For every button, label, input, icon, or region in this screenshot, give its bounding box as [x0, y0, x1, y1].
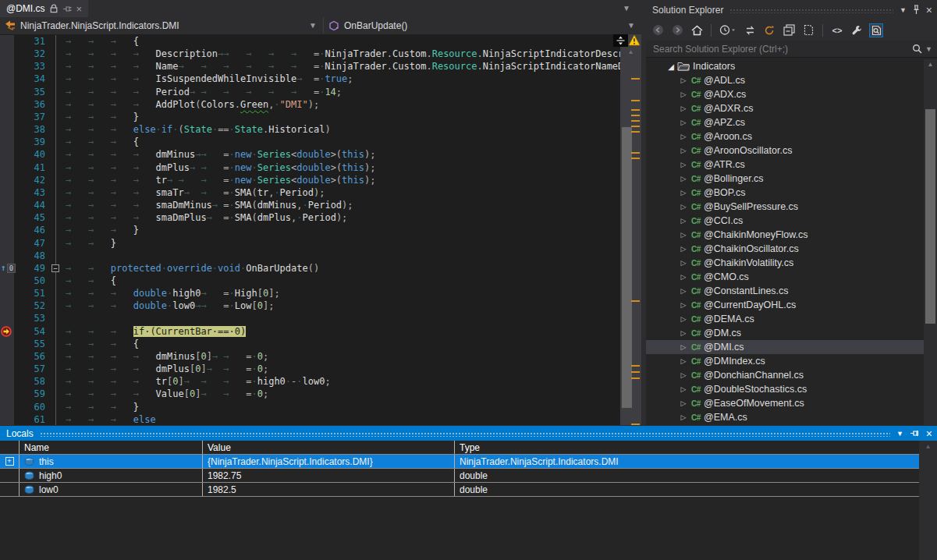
code-line-36[interactable]: 36→ → → → AddPlot(Colors.Green,·"DMI"); — [0, 98, 620, 111]
code-line-33[interactable]: 33→ → → → Name→ → → → → → =·NinjaTrader.… — [0, 60, 620, 73]
locals-titlebar[interactable]: Locals ▼ × — [0, 426, 937, 441]
collapsed-arrow-icon[interactable]: ▷ — [679, 76, 688, 84]
glyph-margin[interactable] — [0, 98, 14, 111]
code-line-58[interactable]: 58→ → → → tr[0]→ → → =·high0·-·low0; — [0, 375, 620, 388]
glyph-margin[interactable] — [0, 287, 14, 299]
glyph-margin[interactable] — [0, 111, 14, 123]
back-button[interactable] — [651, 23, 665, 37]
locals-row-low0[interactable]: low01982.5double — [0, 483, 919, 497]
home-button[interactable] — [690, 23, 704, 37]
collapsed-arrow-icon[interactable]: ▷ — [679, 273, 688, 281]
pending-changes-filter-button[interactable] — [719, 23, 737, 37]
pin-icon[interactable] — [913, 5, 920, 15]
code-line-42[interactable]: 42→ → → → tr→ → → =·new·Series<double>(t… — [0, 174, 620, 186]
tree-item-adlcs[interactable]: ▷C#@ADL.cs — [646, 73, 924, 87]
collapsed-arrow-icon[interactable]: ▷ — [679, 189, 688, 197]
editor-scrollbar[interactable]: ▲ — [620, 34, 641, 425]
code-line-44[interactable]: 44→ → → → smaDmMinus→ =·SMA(dmMinus,·Per… — [0, 199, 620, 211]
tree-item-ccics[interactable]: ▷C#@CCI.cs — [646, 214, 924, 228]
glyph-margin[interactable] — [0, 237, 14, 250]
glyph-margin[interactable] — [0, 199, 14, 211]
code-line-38[interactable]: 38→ → → else·if·(State·==·State.Historic… — [0, 123, 620, 136]
code-line-37[interactable]: 37→ → → } — [0, 111, 620, 123]
glyph-margin[interactable] — [0, 86, 14, 98]
tree-item-emacs[interactable]: ▷C#@EMA.cs — [646, 410, 924, 424]
expanded-arrow-icon[interactable]: ◢ — [666, 62, 676, 71]
collapsed-arrow-icon[interactable]: ▷ — [679, 385, 688, 393]
glyph-margin[interactable] — [0, 275, 14, 287]
collapsed-arrow-icon[interactable]: ▷ — [679, 259, 688, 267]
preview-selected-items-button[interactable] — [869, 23, 883, 37]
collapsed-arrow-icon[interactable]: ▷ — [679, 133, 688, 140]
code-line-55[interactable]: 55→ → → { — [0, 338, 620, 350]
document-tab-dmi[interactable]: @DMI.cs × — [0, 0, 88, 17]
code-line-48[interactable]: 48 — [0, 250, 620, 262]
pin-icon[interactable] — [62, 5, 72, 13]
scrollbar-up-arrow[interactable]: ▲ — [924, 61, 937, 68]
tree-item-currentdayohlcs[interactable]: ▷C#@CurrentDayOHL.cs — [646, 298, 924, 312]
code-line-32[interactable]: 32→ → → → Description→→ → → → =·NinjaTra… — [0, 48, 620, 60]
class-dropdown[interactable]: NinjaTrader.NinjaScript.Indicators.DMI ▼ — [0, 17, 324, 34]
code-line-49[interactable]: ↑049−→ → protected·override·void·OnBarUp… — [0, 262, 620, 275]
solution-explorer-search[interactable]: Search Solution Explorer (Ctrl+;) ▼ — [646, 41, 937, 58]
glyph-margin[interactable] — [0, 161, 14, 174]
tree-item-chaikinvolatilitycs[interactable]: ▷C#@ChaikinVolatility.cs — [646, 256, 924, 270]
collapsed-arrow-icon[interactable]: ▷ — [679, 315, 688, 323]
search-options-dropdown-icon[interactable]: ▼ — [925, 45, 932, 53]
collapsed-arrow-icon[interactable]: ▷ — [679, 329, 688, 337]
collapsed-arrow-icon[interactable]: ▷ — [679, 245, 688, 253]
forward-button[interactable] — [670, 23, 684, 37]
window-position-dropdown-icon[interactable]: ▼ — [900, 6, 907, 14]
collapsed-arrow-icon[interactable]: ▷ — [679, 105, 688, 112]
scrollbar-up-arrow[interactable]: ▲ — [620, 48, 641, 55]
search-icon[interactable] — [912, 44, 922, 54]
glyph-margin[interactable] — [0, 350, 14, 363]
code-editor[interactable]: 31→ → → {32→ → → → Description→→ → → → =… — [0, 34, 641, 425]
collapsed-arrow-icon[interactable]: ▷ — [679, 161, 688, 168]
locals-row-this[interactable]: +this{NinjaTrader.NinjaScript.Indicators… — [0, 455, 919, 469]
pin-icon[interactable] — [910, 429, 920, 438]
locals-row-high0[interactable]: high01982.75double — [0, 469, 919, 483]
solution-explorer-titlebar[interactable]: Solution Explorer ▼ × — [646, 0, 937, 19]
tree-item-aroonoscillatorcs[interactable]: ▷C#@AroonOscillator.cs — [646, 144, 924, 158]
tree-item-indicators-folder[interactable]: ◢Indicators — [646, 59, 924, 73]
breakpoint-current-statement-icon[interactable] — [1, 326, 12, 337]
show-all-files-button[interactable] — [801, 23, 815, 37]
collapsed-arrow-icon[interactable]: ▷ — [679, 357, 688, 365]
expand-button[interactable]: + — [5, 457, 14, 466]
code-line-57[interactable]: 57→ → → → dmPlus[0]→ → =·0; — [0, 363, 620, 375]
close-icon[interactable]: × — [926, 4, 932, 16]
collapsed-arrow-icon[interactable]: ▷ — [679, 175, 688, 183]
locals-scrollbar[interactable]: ▲ — [919, 441, 937, 560]
tree-item-adxrcs[interactable]: ▷C#@ADXR.cs — [646, 101, 924, 115]
method-dropdown[interactable]: OnBarUpdate() ▼ — [324, 17, 641, 34]
glyph-margin[interactable] — [0, 148, 14, 161]
cell-value[interactable]: 1982.75 — [203, 469, 455, 482]
glyph-margin[interactable] — [0, 136, 14, 148]
code-line-51[interactable]: 51→ → → double·high0→ =·High[0]; — [0, 287, 620, 299]
properties-button[interactable] — [850, 23, 864, 37]
tree-item-bollingercs[interactable]: ▷C#@Bollinger.cs — [646, 172, 924, 186]
tree-item-bopcs[interactable]: ▷C#@BOP.cs — [646, 186, 924, 200]
glyph-margin[interactable] — [0, 174, 14, 186]
tree-item-donchianchannelcs[interactable]: ▷C#@DonchianChannel.cs — [646, 368, 924, 382]
collapse-region-button[interactable]: − — [51, 264, 59, 272]
glyph-margin[interactable] — [0, 325, 14, 338]
collapsed-arrow-icon[interactable]: ▷ — [679, 217, 688, 225]
glyph-margin[interactable] — [0, 211, 14, 224]
code-line-39[interactable]: 39→ → → { — [0, 136, 620, 148]
code-line-43[interactable]: 43→ → → → smaTr→ → =·SMA(tr,·Period); — [0, 186, 620, 199]
collapse-all-button[interactable] — [782, 23, 796, 37]
tree-item-dmcs[interactable]: ▷C#@DM.cs — [646, 326, 924, 340]
glyph-margin[interactable] — [0, 73, 14, 85]
collapsed-arrow-icon[interactable]: ▷ — [679, 287, 688, 295]
tree-item-buysellpressurecs[interactable]: ▷C#@BuySellPressure.cs — [646, 200, 924, 214]
code-line-50[interactable]: 50→ → { — [0, 275, 620, 287]
glyph-margin[interactable] — [0, 312, 14, 324]
tree-item-arooncs[interactable]: ▷C#@Aroon.cs — [646, 129, 924, 144]
collapsed-arrow-icon[interactable]: ▷ — [679, 301, 688, 309]
code-line-40[interactable]: 40→ → → → dmMinus→→ =·new·Series<double>… — [0, 148, 620, 161]
cell-value[interactable]: {NinjaTrader.NinjaScript.Indicators.DMI} — [203, 455, 455, 468]
glyph-margin[interactable] — [0, 250, 14, 262]
code-line-41[interactable]: 41→ → → → dmPlus→ → =·new·Series<double>… — [0, 161, 620, 174]
